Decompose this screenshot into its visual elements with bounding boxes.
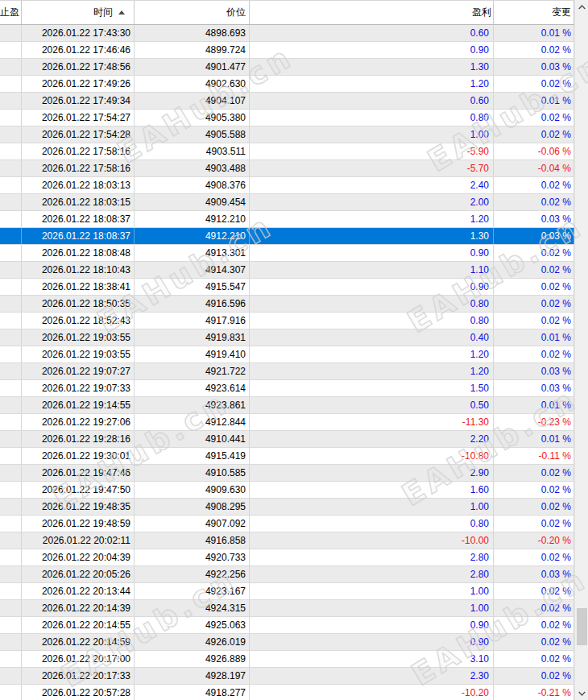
table-header-row: 止盈 时间 价位 盈利 变更 [0,0,574,25]
cell-time: 2026.01.22 19:48:59 [22,516,135,532]
table-row[interactable]: 2026.01.22 18:08:374912.2101.300.03 % [0,228,574,245]
table-row[interactable]: 2026.01.22 20:02:114916.858-10.00-0.20 % [0,532,574,549]
table-row[interactable]: 2026.01.22 19:07:334923.6141.500.03 % [0,380,574,397]
table-row[interactable]: 2026.01.22 18:38:414915.5470.900.02 % [0,279,574,296]
table-row[interactable]: 2026.01.22 17:49:264902.6301.200.02 % [0,76,574,93]
table-row[interactable]: 2026.01.22 20:17:004926.8893.100.02 % [0,651,574,668]
table-row[interactable]: 2026.01.22 20:05:264922.2562.800.03 % [0,566,574,583]
table-row[interactable]: 2026.01.22 19:47:504909.6301.600.02 % [0,482,574,499]
table-row[interactable]: 2026.01.22 19:27:064912.844-11.30-0.23 % [0,414,574,431]
table-row[interactable]: 2026.01.22 17:58:164903.511-5.90-0.06 % [0,143,574,160]
scrollbar-thumb[interactable] [577,608,587,645]
table-row[interactable]: 2026.01.22 17:54:284905.5881.000.02 % [0,126,574,143]
table-row[interactable]: 2026.01.22 19:47:464910.5852.900.02 % [0,465,574,482]
column-header-time[interactable]: 时间 [22,1,135,24]
table-row[interactable]: 2026.01.22 19:48:594907.0920.800.02 % [0,516,574,532]
cell-change: 0.03 % [494,380,574,396]
column-header-profit[interactable]: 盈利 [250,1,494,24]
table-row[interactable]: 2026.01.22 20:14:394924.3151.000.02 % [0,600,574,617]
cell-price: 4903.488 [135,160,250,176]
table-row[interactable]: 2026.01.22 19:48:354908.2951.000.02 % [0,499,574,516]
cell-time: 2026.01.22 20:13:44 [22,583,135,599]
table-row[interactable]: 2026.01.22 19:03:554919.4101.200.02 % [0,346,574,363]
cell-time: 2026.01.22 19:14:55 [22,397,135,413]
cell-profit: 1.20 [250,346,494,362]
cell-time: 2026.01.22 19:30:01 [22,448,135,464]
cell-profit: 3.10 [250,651,494,667]
cell-time: 2026.01.22 18:08:37 [22,211,135,227]
table-row[interactable]: 2026.01.22 17:43:304898.6930.600.01 % [0,25,574,42]
cell-price: 4920.733 [135,549,250,565]
scroll-down-button[interactable] [575,686,588,700]
column-header-take-profit[interactable]: 止盈 [0,1,22,24]
cell-price: 4901.477 [135,59,250,75]
cell-tp [0,380,22,396]
cell-time: 2026.01.22 17:49:26 [22,76,135,92]
table-row[interactable]: 2026.01.22 20:17:334928.1972.300.02 % [0,668,574,685]
table-row[interactable]: 2026.01.22 20:14:554925.0630.900.02 % [0,617,574,634]
cell-price: 4898.693 [135,25,250,41]
table-row[interactable]: 2026.01.22 20:13:444923.1671.000.02 % [0,583,574,600]
table-row[interactable]: 2026.01.22 19:28:164910.4412.200.01 % [0,431,574,448]
table-row[interactable]: 2026.01.22 18:52:434917.9160.800.02 % [0,313,574,329]
cell-tp [0,685,22,700]
cell-price: 4910.585 [135,465,250,481]
cell-profit: 1.20 [250,211,494,227]
scroll-up-button[interactable] [575,0,588,14]
cell-tp [0,59,22,75]
table-row[interactable]: 2026.01.22 18:03:134908.3762.400.02 % [0,177,574,194]
cell-profit: -5.70 [250,160,494,176]
table-row[interactable]: 2026.01.22 18:10:434914.3071.100.02 % [0,262,574,279]
cell-profit: 0.90 [250,634,494,650]
cell-change: 0.02 % [494,177,574,193]
table-row[interactable]: 2026.01.22 17:58:164903.488-5.70-0.04 % [0,160,574,177]
cell-price: 4928.197 [135,668,250,684]
cell-profit: 2.00 [250,194,494,210]
cell-change: 0.01 % [494,25,574,41]
table-row[interactable]: 2026.01.22 17:54:274905.3800.800.02 % [0,110,574,126]
cell-change: 0.02 % [494,76,574,92]
table-row[interactable]: 2026.01.22 17:49:344904.1070.600.01 % [0,93,574,110]
table-row[interactable]: 2026.01.22 19:30:014915.419-10.80-0.11 % [0,448,574,465]
cell-time: 2026.01.22 17:43:30 [22,25,135,41]
cell-time: 2026.01.22 19:07:33 [22,380,135,396]
table-row[interactable]: 2026.01.22 19:14:554923.8610.500.01 % [0,397,574,414]
cell-profit: -10.80 [250,448,494,464]
cell-price: 4918.277 [135,685,250,700]
table-row[interactable]: 2026.01.22 18:08:484913.3010.900.02 % [0,245,574,262]
cell-price: 4926.889 [135,651,250,667]
cell-time: 2026.01.22 17:46:46 [22,42,135,58]
cell-profit: 1.30 [250,228,494,244]
table-row[interactable]: 2026.01.22 20:14:594926.0190.900.02 % [0,634,574,651]
cell-tp [0,211,22,227]
column-header-change[interactable]: 变更 [494,1,574,24]
cell-tp [0,482,22,498]
cell-profit: 1.00 [250,126,494,143]
cell-change: 0.03 % [494,59,574,75]
cell-tp [0,245,22,261]
cell-time: 2026.01.22 19:27:06 [22,414,135,430]
cell-change: 0.03 % [494,211,574,227]
column-header-price[interactable]: 价位 [135,1,250,24]
cell-profit: 1.20 [250,76,494,92]
cell-price: 4912.210 [135,211,250,227]
table-row[interactable]: 2026.01.22 19:03:554919.8310.400.01 % [0,329,574,346]
table-row[interactable]: 2026.01.22 17:48:564901.4771.300.03 % [0,59,574,76]
table-row[interactable]: 2026.01.22 18:50:354916.5960.800.02 % [0,296,574,313]
cell-tp [0,532,22,549]
cell-time: 2026.01.22 18:10:43 [22,262,135,278]
table-row[interactable]: 2026.01.22 17:46:464899.7240.900.02 % [0,42,574,59]
cell-time: 2026.01.22 19:48:35 [22,499,135,515]
cell-price: 4912.844 [135,414,250,430]
cell-tp [0,262,22,278]
table-row[interactable]: 2026.01.22 20:57:284918.277-10.20-0.21 % [0,685,574,700]
table-row[interactable]: 2026.01.22 19:07:274921.7221.200.03 % [0,363,574,380]
cell-tp [0,346,22,362]
cell-change: 0.02 % [494,516,574,532]
cell-time: 2026.01.22 18:08:37 [22,228,135,244]
table-row[interactable]: 2026.01.22 18:03:154909.4542.000.02 % [0,194,574,211]
table-row[interactable]: 2026.01.22 18:08:374912.2101.200.03 % [0,211,574,228]
cell-profit: 1.20 [250,363,494,379]
table-row[interactable]: 2026.01.22 20:04:394920.7332.800.02 % [0,549,574,566]
vertical-scrollbar[interactable] [574,0,588,700]
